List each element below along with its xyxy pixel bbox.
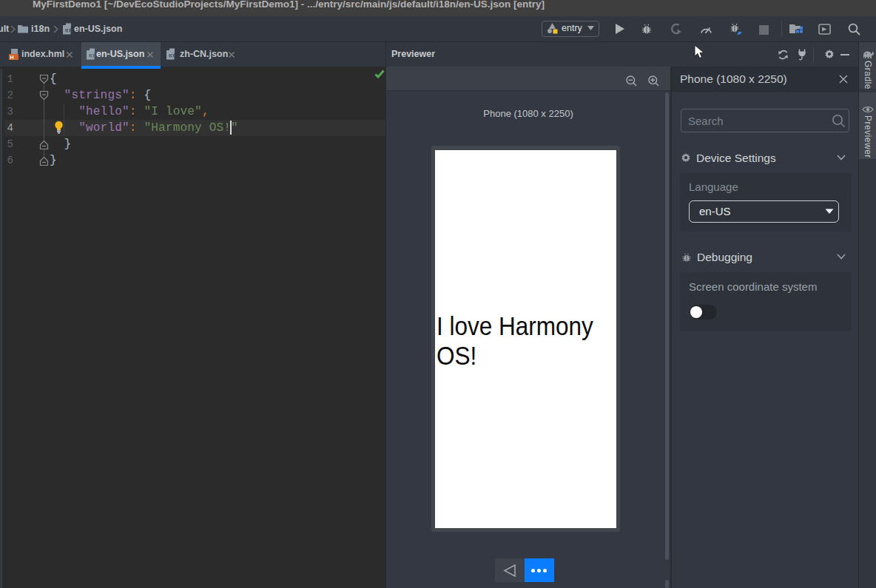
svg-text:H: H [10,55,14,60]
